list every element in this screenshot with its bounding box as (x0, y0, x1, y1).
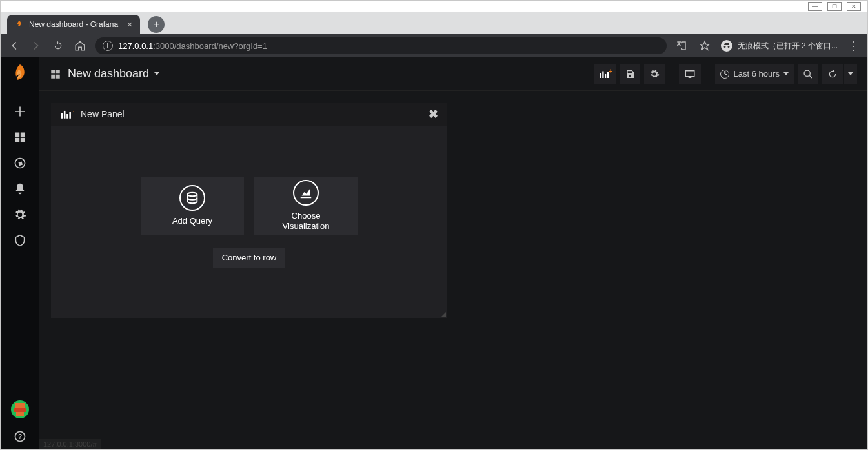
svg-text:?: ? (18, 433, 22, 440)
chevron-down-icon (783, 72, 789, 75)
svg-rect-0 (15, 133, 20, 137)
address-bar[interactable]: i 127.0.0.1:3000/dashboard/new?orgId=1 (95, 37, 667, 54)
svg-rect-25 (66, 114, 68, 119)
chart-icon (293, 180, 319, 206)
svg-rect-16 (603, 71, 604, 78)
home-button[interactable] (73, 39, 87, 53)
browser-menu-icon[interactable]: ⋮ (847, 39, 861, 53)
incognito-icon (721, 40, 732, 52)
status-url-preview: 127.0.0.1:3000/# (39, 439, 101, 449)
svg-rect-11 (51, 70, 55, 73)
svg-rect-17 (605, 74, 606, 78)
reload-button[interactable] (51, 39, 65, 53)
svg-rect-6 (15, 403, 25, 408)
browser-tab-title: New dashboard - Grafana (29, 20, 118, 29)
browser-tab-strip: New dashboard - Grafana × + (1, 12, 867, 34)
svg-point-21 (804, 70, 810, 76)
forward-button[interactable] (29, 39, 43, 53)
svg-rect-2 (15, 138, 20, 142)
incognito-indicator[interactable]: 无痕模式（已打开 2 个窗口... (721, 40, 838, 52)
url-text: 127.0.0.1:3000/dashboard/new?orgId=1 (118, 41, 267, 51)
add-query-label: Add Query (172, 216, 212, 226)
dashboard-topbar: New dashboard + (39, 57, 867, 91)
back-button[interactable] (7, 39, 21, 53)
dashboard-settings-button[interactable] (644, 64, 665, 84)
dashboard-canvas: + New Panel ✖ Add Quer (39, 91, 867, 449)
svg-rect-3 (21, 138, 25, 142)
svg-rect-8 (16, 412, 24, 416)
browser-tab[interactable]: New dashboard - Grafana × (7, 15, 140, 34)
zoom-out-button[interactable] (798, 64, 818, 84)
panel-header[interactable]: + New Panel ✖ (51, 103, 447, 126)
svg-rect-13 (51, 74, 55, 78)
svg-rect-26 (69, 112, 71, 119)
time-range-picker[interactable]: Last 6 hours (715, 64, 794, 84)
panel-close-icon[interactable]: ✖ (429, 107, 438, 121)
explore-icon[interactable] (7, 150, 33, 176)
svg-rect-23 (61, 113, 63, 118)
refresh-button[interactable] (822, 64, 843, 84)
svg-rect-20 (689, 77, 692, 78)
database-icon (179, 185, 205, 211)
panel-resize-handle[interactable] (441, 312, 446, 317)
url-path: :3000/dashboard/new?orgId=1 (153, 41, 267, 51)
site-info-icon[interactable]: i (103, 41, 113, 51)
add-query-card[interactable]: Add Query (141, 177, 244, 235)
clock-icon (720, 70, 729, 79)
save-dashboard-button[interactable] (620, 64, 640, 84)
help-icon[interactable]: ? (7, 424, 33, 449)
choose-visualization-card[interactable]: Choose Visualization (254, 177, 358, 235)
cycle-view-mode-button[interactable] (679, 64, 701, 84)
window-minimize-button[interactable]: — (808, 2, 822, 11)
svg-rect-12 (56, 70, 60, 73)
dashboards-grid-icon (50, 68, 61, 80)
create-icon[interactable] (7, 99, 33, 124)
tab-close-icon[interactable]: × (127, 19, 132, 30)
svg-rect-7 (14, 408, 26, 412)
panel-bars-icon: + (60, 108, 74, 120)
sidebar: ? (1, 57, 39, 449)
dashboard-title-dropdown[interactable]: New dashboard (68, 67, 159, 81)
grafana-favicon-icon (15, 20, 24, 29)
add-panel-button[interactable]: + (594, 64, 616, 84)
translate-icon[interactable] (674, 39, 689, 53)
grafana-logo-icon[interactable] (7, 61, 33, 87)
plus-badge-icon: + (609, 67, 612, 75)
browser-toolbar: i 127.0.0.1:3000/dashboard/new?orgId=1 无… (1, 34, 867, 57)
dashboard-title: New dashboard (68, 67, 149, 81)
caret-down-icon (154, 72, 159, 75)
svg-rect-14 (56, 74, 60, 78)
incognito-label: 无痕模式（已打开 2 个窗口... (738, 41, 838, 52)
svg-point-28 (188, 193, 197, 197)
configuration-icon[interactable] (7, 202, 33, 228)
new-tab-button[interactable]: + (148, 16, 165, 33)
time-range-label: Last 6 hours (733, 69, 780, 79)
convert-to-row-button[interactable]: Convert to row (213, 248, 286, 268)
user-avatar[interactable] (11, 400, 29, 418)
refresh-interval-dropdown[interactable] (844, 64, 857, 84)
svg-rect-15 (600, 73, 601, 78)
alerting-icon[interactable] (7, 176, 33, 202)
chevron-down-icon (848, 72, 853, 75)
server-admin-icon[interactable] (7, 228, 33, 253)
svg-rect-19 (686, 70, 695, 76)
new-panel: + New Panel ✖ Add Quer (51, 103, 447, 318)
window-close-button[interactable]: ✕ (847, 2, 861, 11)
svg-rect-24 (64, 111, 66, 119)
svg-text:+: + (73, 108, 74, 115)
panel-title: New Panel (81, 109, 125, 119)
url-host: 127.0.0.1 (118, 41, 153, 51)
svg-rect-1 (21, 133, 25, 137)
bookmark-star-icon[interactable] (698, 39, 712, 53)
dashboards-icon[interactable] (7, 124, 33, 150)
choose-visualization-label: Choose Visualization (283, 211, 330, 232)
svg-line-22 (809, 75, 812, 78)
window-maximize-button[interactable]: ☐ (827, 2, 842, 11)
